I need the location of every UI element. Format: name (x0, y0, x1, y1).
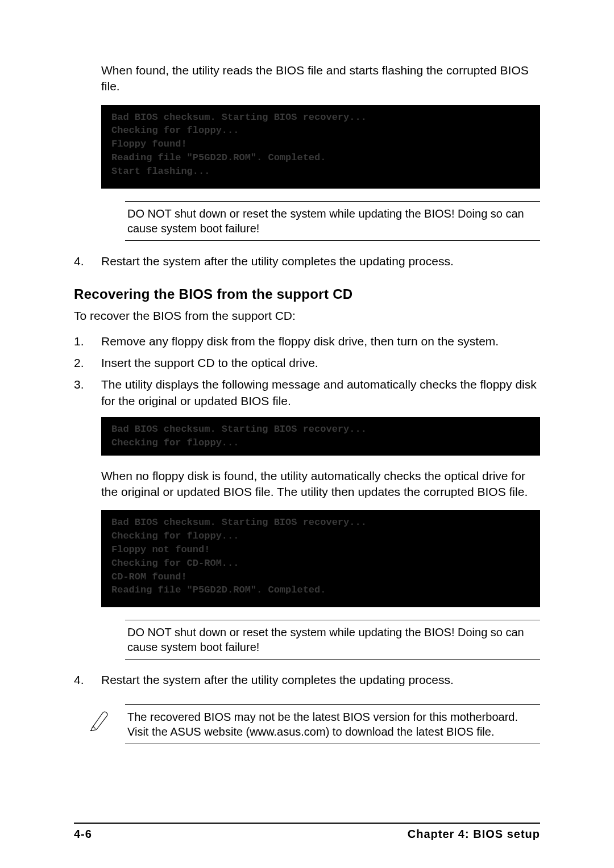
pencil-icon (74, 704, 125, 744)
ordered-list-2: 1. Remove any floppy disk from the flopp… (74, 333, 540, 409)
paragraph: When no floppy disk is found, the utilit… (101, 468, 540, 500)
note-text: The recovered BIOS may not be the latest… (125, 704, 540, 744)
warning-text: DO NOT shut down or reset the system whi… (125, 620, 540, 659)
section-heading: Recovering the BIOS from the support CD (74, 285, 540, 303)
list-item: 4. Restart the system after the utility … (74, 672, 540, 688)
page-footer: 4-6 Chapter 4: BIOS setup (74, 827, 540, 842)
warning-callout-2: DO NOT shut down or reset the system whi… (125, 620, 540, 660)
intro-paragraph: When found, the utility reads the BIOS f… (101, 62, 540, 95)
list-item: 3. The utility displays the following me… (74, 377, 540, 409)
footer-rule (74, 823, 540, 824)
page-number: 4-6 (74, 827, 92, 842)
list-item: 4. Restart the system after the utility … (74, 253, 540, 269)
terminal-output-1: Bad BIOS checksum. Starting BIOS recover… (101, 105, 540, 189)
note-callout: The recovered BIOS may not be the latest… (74, 704, 540, 744)
ordered-list-3: 4. Restart the system after the utility … (74, 672, 540, 688)
chapter-label: Chapter 4: BIOS setup (408, 827, 540, 842)
list-item: 1. Remove any floppy disk from the flopp… (74, 333, 540, 349)
terminal-output-3: Bad BIOS checksum. Starting BIOS recover… (101, 510, 540, 607)
warning-callout-1: DO NOT shut down or reset the system whi… (125, 201, 540, 241)
section-sub: To recover the BIOS from the support CD: (74, 308, 540, 324)
warning-text: DO NOT shut down or reset the system whi… (125, 202, 540, 240)
ordered-list-1: 4. Restart the system after the utility … (74, 253, 540, 269)
terminal-output-2: Bad BIOS checksum. Starting BIOS recover… (101, 417, 540, 456)
list-item: 2. Insert the support CD to the optical … (74, 355, 540, 371)
